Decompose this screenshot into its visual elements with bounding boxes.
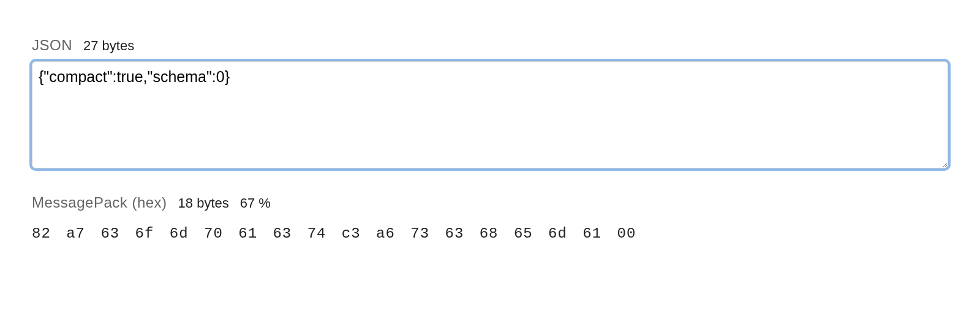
json-size-label: 27 bytes	[83, 38, 134, 54]
json-title-label: JSON	[32, 37, 72, 54]
json-header: JSON 27 bytes	[32, 37, 948, 54]
messagepack-size-label: 18 bytes	[178, 195, 229, 211]
messagepack-title-label: MessagePack (hex)	[32, 194, 167, 211]
messagepack-header: MessagePack (hex) 18 bytes 67 %	[32, 194, 948, 211]
messagepack-ratio-label: 67 %	[240, 195, 271, 211]
messagepack-hex-output: 82 a7 63 6f 6d 70 61 63 74 c3 a6 73 63 6…	[32, 222, 948, 246]
messagepack-section: MessagePack (hex) 18 bytes 67 % 82 a7 63…	[32, 194, 948, 246]
json-input[interactable]	[32, 61, 948, 168]
json-section: JSON 27 bytes	[32, 37, 948, 171]
